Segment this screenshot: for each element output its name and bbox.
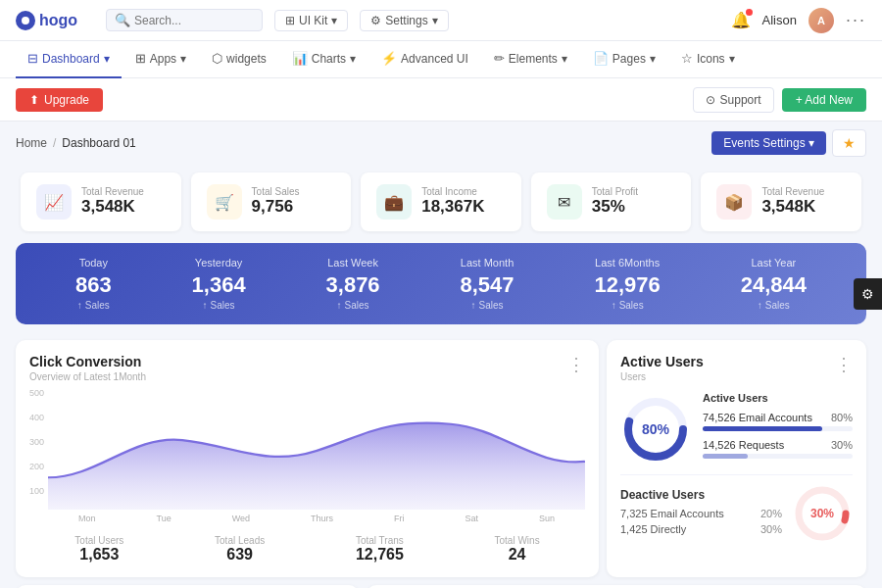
nav-elements[interactable]: ✏ Elements ▾ (482, 41, 579, 78)
deactive-donut-label: 30% (810, 507, 834, 520)
add-new-button[interactable]: + Add New (782, 88, 866, 112)
active-users-card: Active Users Users ⋮ 80% Active Users 74… (607, 340, 866, 577)
progress-label-0: 74,526 Email Accounts (703, 412, 812, 423)
stat-label-1: Total Sales (252, 186, 300, 197)
more-menu-icon[interactable]: ··· (846, 10, 866, 30)
gear-icon: ⚙ (370, 14, 381, 27)
breadcrumb-sep: / (53, 136, 56, 150)
stat-value-2: 18,367K (421, 197, 484, 217)
period-label-4: Last 6Months (594, 257, 660, 269)
period-today: Today 863 ↑ Sales (75, 257, 112, 311)
chart-stat-wins: Total Wins 24 (495, 535, 540, 564)
stat-label-0: Total Revenue (81, 186, 144, 197)
nav-apps-label: Apps (150, 52, 176, 66)
logo-text: hogo (39, 12, 77, 29)
cs-label-0: Total Users (74, 535, 123, 546)
deactive-pct-1: 30% (760, 523, 782, 535)
progress-item-0: 74,526 Email Accounts 80% (703, 412, 853, 431)
chart-menu-icon[interactable]: ⋮ (567, 354, 585, 375)
arrow-icon-5: ↑ (758, 300, 762, 311)
nav-icons[interactable]: ☆ Icons ▾ (669, 41, 747, 78)
chevron-down-icon: ▾ (331, 14, 337, 27)
bell-notification-dot (746, 9, 753, 16)
users-subtitle: Users (620, 371, 704, 382)
period-sub-1: ↑ Sales (192, 300, 246, 311)
nav-advanced-label: Advanced UI (401, 52, 468, 66)
widgets-icon: ⬡ (212, 51, 222, 66)
stat-card-revenue2: 📦 Total Revenue 3,548K (701, 172, 861, 231)
grid-icon: ⊞ (285, 14, 295, 27)
nav-advanced-ui[interactable]: ⚡ Advanced UI (369, 41, 480, 78)
search-box[interactable]: 🔍 (106, 9, 263, 31)
chevron-icon3: ▾ (350, 52, 356, 66)
period-sub-label-1: Sales (211, 300, 235, 311)
elements-icon: ✏ (494, 51, 505, 66)
ui-kit-nav[interactable]: ⊞ UI Kit ▾ (274, 10, 348, 31)
stat-value-1: 9,756 (252, 197, 300, 217)
search-icon: 🔍 (115, 13, 130, 27)
chart-stats: Total Users 1,653 Total Leads 639 Total … (29, 535, 585, 564)
events-settings-button[interactable]: Events Settings ▾ (711, 131, 826, 155)
x-label-thurs: Thurs (311, 514, 333, 523)
star-button[interactable]: ★ (832, 129, 866, 157)
arrow-icon-4: ↑ (612, 300, 616, 311)
progress-bar-bg-1 (703, 454, 853, 459)
nav-apps[interactable]: ⊞ Apps ▾ (123, 41, 198, 78)
toolbar: ⬆ Upgrade ⊙ Support + Add New (0, 78, 882, 122)
stat-label-2: Total Income (421, 186, 484, 197)
nav-widgets[interactable]: ⬡ widgets (200, 41, 278, 78)
upgrade-button[interactable]: ⬆ Upgrade (16, 88, 103, 112)
users-title: Active Users (620, 354, 704, 369)
y-axis-labels: 500 400 300 200 100 (29, 388, 44, 496)
arrow-icon-0: ↑ (77, 300, 82, 311)
y-label-300: 300 (29, 437, 44, 447)
cs-value-0: 1,653 (74, 546, 123, 564)
nav-icons-label: Icons (697, 52, 725, 66)
users-menu-icon[interactable]: ⋮ (835, 354, 853, 375)
click-conversion-card: Click Conversion Overview of Latest 1Mon… (16, 340, 599, 577)
period-value-1: 1,364 (192, 272, 246, 298)
logo: hogo (16, 11, 94, 30)
stat-card-revenue: 📈 Total Revenue 3,548K (21, 172, 181, 231)
nav-dashboard[interactable]: ⊟ Dashboard ▾ (16, 41, 122, 78)
stat-value-4: 3,548K (761, 197, 824, 217)
nav-pages[interactable]: 📄 Pages ▾ (581, 41, 667, 78)
apps-icon: ⊞ (135, 51, 146, 66)
nav-dashboard-label: Dashboard (42, 52, 100, 66)
chevron-icon4: ▾ (562, 52, 567, 66)
settings-nav[interactable]: ⚙ Settings ▾ (360, 10, 448, 31)
x-label-sun: Sun (539, 514, 555, 523)
top-nav: hogo 🔍 ⊞ UI Kit ▾ ⚙ Settings ▾ 🔔 Alison … (0, 0, 882, 41)
period-sub-label-2: Sales (345, 300, 369, 311)
chevron-icon: ▾ (104, 52, 110, 66)
search-input[interactable] (134, 14, 252, 27)
bell-icon[interactable]: 🔔 (731, 11, 751, 29)
stat-icon-income: 💼 (376, 184, 412, 220)
progress-header-1: 14,526 Requests 30% (703, 439, 853, 451)
cs-value-1: 639 (215, 546, 265, 564)
period-sub-0: ↑ Sales (75, 300, 112, 311)
right-gear-button[interactable]: ⚙ (854, 278, 882, 310)
nav-charts[interactable]: 📊 Charts ▾ (280, 41, 368, 78)
active-users-section-title: Active Users (703, 392, 853, 404)
secondary-nav: ⊟ Dashboard ▾ ⊞ Apps ▾ ⬡ widgets 📊 Chart… (0, 41, 882, 78)
chart-title: Click Conversion (29, 354, 146, 369)
period-label-3: Last Month (461, 257, 514, 269)
add-new-label: + Add New (796, 93, 853, 107)
period-yesterday: Yesterday 1,364 ↑ Sales (192, 257, 246, 311)
period-sub-label-5: Sales (765, 300, 790, 311)
stats-row: 📈 Total Revenue 3,548K 🛒 Total Sales 9,7… (0, 165, 882, 239)
period-sub-label-0: Sales (85, 300, 110, 311)
period-value-3: 8,547 (461, 272, 514, 298)
period-sub-3: ↑ Sales (461, 300, 514, 311)
stat-label-4: Total Revenue (761, 186, 824, 197)
deactive-item-0: 7,325 Email Accounts 20% (620, 508, 782, 519)
progress-pct-1: 30% (831, 439, 853, 451)
chevron-down-icon2: ▾ (432, 14, 438, 27)
progress-bar-fill-1 (703, 454, 748, 459)
support-button[interactable]: ⊙ Support (693, 87, 774, 113)
breadcrumb-home[interactable]: Home (16, 136, 47, 150)
progress-pct-0: 80% (831, 412, 853, 423)
chart-stat-trans: Total Trans 12,765 (356, 535, 404, 564)
y-label-100: 100 (29, 486, 44, 496)
